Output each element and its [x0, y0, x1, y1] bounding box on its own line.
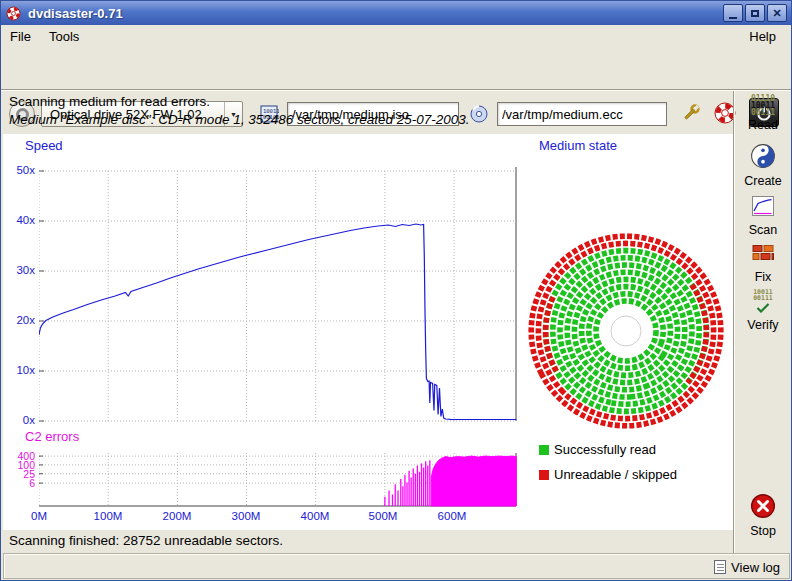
close-button[interactable]: ✕ — [767, 4, 787, 22]
legend-error-swatch — [539, 470, 549, 480]
app-window: dvdisaster-0.71 ✕ File Tools Help Optica… — [0, 0, 792, 581]
fix-button[interactable]: Fix — [735, 241, 791, 284]
ecc-path-input[interactable] — [497, 102, 667, 126]
menubar: File Tools Help — [1, 25, 791, 47]
legend-read-swatch — [539, 445, 549, 455]
view-log-button[interactable]: View log — [711, 557, 783, 577]
log-icon — [714, 560, 726, 574]
speed-ytick: 50x — [5, 164, 35, 176]
view-log-label: View log — [731, 560, 780, 575]
ecc-file-icon — [467, 102, 491, 126]
disc-plot — [528, 233, 724, 429]
speed-ytick: 0x — [5, 414, 35, 426]
legend-read-label: Successfully read — [554, 442, 656, 457]
yin-yang-icon — [750, 143, 776, 172]
wrench-icon — [680, 102, 702, 124]
minimize-button[interactable] — [723, 4, 743, 22]
x-tick: 300M — [226, 510, 266, 522]
x-tick: 200M — [157, 510, 197, 522]
c2-chart-title: C2 errors — [25, 429, 79, 444]
scan-chart-icon — [751, 194, 775, 221]
stop-icon — [750, 493, 776, 522]
x-tick: 0M — [19, 510, 59, 522]
speed-ytick: 40x — [5, 214, 35, 226]
toolbar: Optical drive 52X FW 1.02 ▼ 10011 01101 — [1, 47, 791, 89]
titlebar[interactable]: dvdisaster-0.71 ✕ — [1, 1, 791, 25]
medium-state-title: Medium state — [539, 138, 617, 153]
speed-plot — [39, 163, 517, 425]
stop-button[interactable]: Stop — [735, 493, 791, 538]
toolbar-separator — [1, 89, 791, 91]
verify-button[interactable]: 10011 00111 Verify — [735, 289, 791, 332]
menu-file[interactable]: File — [1, 27, 40, 46]
scan-button[interactable]: Scan — [735, 194, 791, 237]
c2-ytick: 6 — [5, 477, 35, 489]
window-title: dvdisaster-0.71 — [28, 6, 123, 21]
x-tick: 600M — [432, 510, 472, 522]
x-tick: 100M — [88, 510, 128, 522]
c2-plot — [39, 451, 517, 508]
legend-error-label: Unreadable / skipped — [554, 467, 677, 482]
speed-ytick: 30x — [5, 264, 35, 276]
binary-check-icon: 10011 00111 — [753, 289, 773, 316]
status-line-2: Medium "Example disc": CD-R mode 1, 3524… — [9, 112, 470, 127]
speed-ytick: 20x — [5, 314, 35, 326]
create-button[interactable]: Create — [735, 143, 791, 188]
speed-chart-title: Speed — [25, 138, 63, 153]
x-tick: 400M — [295, 510, 335, 522]
menu-tools[interactable]: Tools — [40, 27, 88, 46]
x-tick: 500M — [363, 510, 403, 522]
speed-ytick: 10x — [5, 364, 35, 376]
menu-help[interactable]: Help — [740, 27, 785, 46]
binary-icon: 01110 10011 00111 — [751, 95, 775, 116]
preferences-button[interactable] — [677, 99, 705, 127]
fix-bricks-icon — [751, 241, 775, 268]
read-button[interactable]: 01110 10011 00111 Read — [735, 95, 791, 132]
scan-result-status: Scanning finished: 28752 unreadable sect… — [9, 533, 283, 548]
footer-bar: View log — [3, 553, 790, 579]
status-line-1: Scanning medium for read errors. — [9, 94, 210, 109]
app-icon — [6, 6, 21, 21]
maximize-button[interactable] — [745, 4, 765, 22]
